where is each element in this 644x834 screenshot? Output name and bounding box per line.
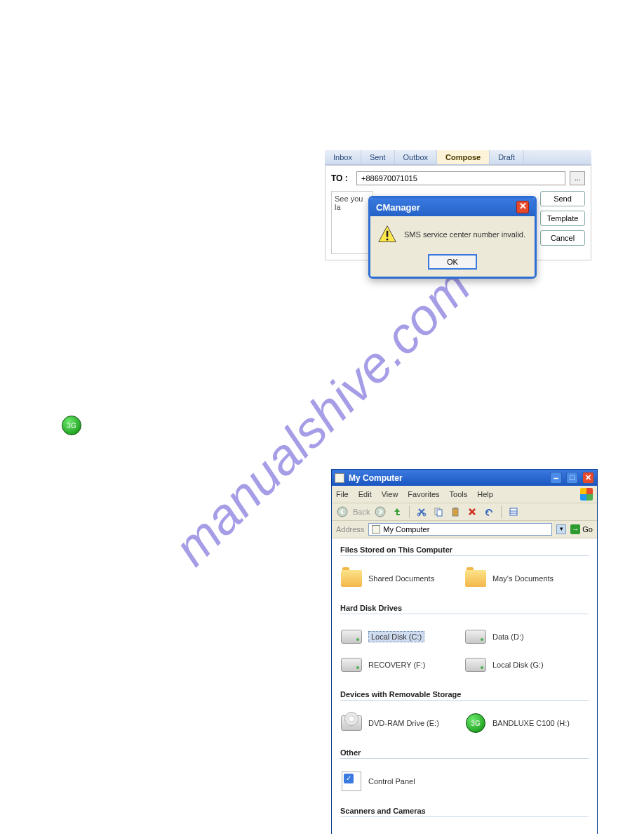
menu-favorites[interactable]: Favorites bbox=[408, 490, 439, 498]
cancel-button[interactable]: Cancel bbox=[540, 230, 585, 246]
svg-point-3 bbox=[337, 507, 347, 517]
forward-button[interactable] bbox=[374, 505, 387, 518]
section-removable: Devices with Removable Storage bbox=[340, 690, 589, 701]
tab-bar: Inbox Sent Outbox Compose Draft bbox=[325, 150, 591, 165]
item-recovery-f[interactable]: RECOVERY (F:) bbox=[340, 651, 464, 679]
cmanager-dialog: CManager ✕ SMS service center number inv… bbox=[368, 196, 537, 279]
drive-icon bbox=[465, 658, 486, 672]
toolbar: Back bbox=[332, 503, 597, 521]
item-local-disk-c[interactable]: Local Disk (C:) bbox=[340, 623, 464, 651]
menu-edit[interactable]: Edit bbox=[358, 490, 372, 498]
menu-file[interactable]: File bbox=[336, 490, 349, 498]
address-input[interactable]: My Computer bbox=[368, 523, 552, 536]
contacts-button[interactable]: ... bbox=[570, 171, 585, 185]
tab-sent[interactable]: Sent bbox=[361, 150, 395, 164]
3g-icon: 3G bbox=[62, 416, 81, 435]
template-button[interactable]: Template bbox=[540, 211, 585, 226]
section-files-stored: Files Stored on This Computer bbox=[340, 545, 589, 556]
inline-3g-icon: 3G bbox=[62, 416, 81, 435]
ok-button[interactable]: OK bbox=[428, 254, 477, 270]
paste-icon[interactable] bbox=[449, 505, 462, 518]
back-button[interactable] bbox=[336, 505, 349, 518]
go-button[interactable]: → Go bbox=[570, 524, 593, 534]
svg-point-4 bbox=[375, 507, 385, 517]
address-value: My Computer bbox=[383, 525, 429, 534]
item-shared-documents[interactable]: Shared Documents bbox=[340, 564, 464, 593]
item-dvd-ram[interactable]: DVD-RAM Drive (E:) bbox=[340, 709, 464, 737]
message-textarea[interactable]: See you la bbox=[331, 191, 373, 254]
tab-inbox[interactable]: Inbox bbox=[325, 150, 361, 164]
minimize-button[interactable]: ‒ bbox=[550, 472, 562, 484]
close-icon[interactable]: ✕ bbox=[516, 201, 529, 213]
svg-point-2 bbox=[386, 238, 388, 240]
close-button[interactable]: ✕ bbox=[582, 472, 594, 484]
tab-outbox[interactable]: Outbox bbox=[395, 150, 437, 164]
to-label: TO : bbox=[331, 173, 352, 183]
drive-icon bbox=[341, 658, 362, 672]
item-local-disk-g[interactable]: Local Disk (G:) bbox=[464, 651, 589, 679]
go-icon: → bbox=[570, 524, 580, 534]
item-label: Local Disk (C:) bbox=[368, 631, 424, 642]
address-icon bbox=[372, 525, 380, 534]
item-label: May's Documents bbox=[492, 574, 554, 583]
my-computer-window: My Computer ‒ □ ✕ File Edit View Favorit… bbox=[331, 469, 598, 834]
my-computer-icon bbox=[335, 473, 344, 483]
windows-logo-icon bbox=[580, 488, 593, 501]
drive-icon bbox=[465, 630, 486, 644]
control-panel-icon bbox=[342, 772, 361, 791]
drive-icon bbox=[341, 630, 362, 644]
item-control-panel[interactable]: Control Panel bbox=[340, 767, 464, 795]
views-icon[interactable] bbox=[507, 505, 520, 518]
svg-rect-11 bbox=[510, 508, 517, 515]
folder-icon bbox=[341, 570, 362, 587]
back-label: Back bbox=[353, 508, 370, 516]
item-label: BANDLUXE C100 (H:) bbox=[492, 719, 570, 727]
menu-tools[interactable]: Tools bbox=[450, 490, 468, 498]
section-other: Other bbox=[340, 748, 589, 759]
menu-view[interactable]: View bbox=[382, 490, 398, 498]
delete-icon[interactable] bbox=[466, 505, 478, 518]
svg-rect-10 bbox=[454, 508, 457, 509]
folder-icon bbox=[465, 570, 486, 587]
3g-icon: 3G bbox=[466, 713, 485, 733]
item-label: Local Disk (G:) bbox=[492, 661, 544, 669]
item-data-d[interactable]: Data (D:) bbox=[464, 623, 589, 651]
tab-compose[interactable]: Compose bbox=[437, 150, 490, 164]
dialog-title: CManager bbox=[376, 202, 420, 213]
dvd-icon bbox=[341, 715, 362, 731]
item-bandluxe[interactable]: 3G BANDLUXE C100 (H:) bbox=[464, 709, 589, 737]
item-mays-documents[interactable]: May's Documents bbox=[464, 564, 589, 593]
item-label: Shared Documents bbox=[368, 574, 434, 583]
svg-rect-8 bbox=[437, 510, 442, 516]
svg-rect-1 bbox=[387, 231, 389, 237]
cut-icon[interactable] bbox=[415, 505, 428, 518]
menu-help[interactable]: Help bbox=[477, 490, 493, 498]
address-dropdown-icon[interactable]: ▾ bbox=[556, 524, 566, 534]
maximize-button[interactable]: □ bbox=[566, 472, 578, 484]
tab-draft[interactable]: Draft bbox=[490, 150, 524, 164]
item-label: DVD-RAM Drive (E:) bbox=[368, 719, 439, 727]
send-button[interactable]: Send bbox=[540, 191, 585, 206]
copy-icon[interactable] bbox=[432, 505, 445, 518]
up-button[interactable] bbox=[391, 505, 403, 518]
to-input[interactable]: +886970071015 bbox=[356, 171, 565, 185]
window-title: My Computer bbox=[349, 473, 546, 483]
section-hard-disk: Hard Disk Drives bbox=[340, 604, 589, 614]
address-label: Address bbox=[336, 525, 364, 534]
item-label: Data (D:) bbox=[492, 633, 524, 641]
section-scanners: Scanners and Cameras bbox=[340, 807, 589, 817]
undo-icon[interactable] bbox=[483, 505, 495, 518]
dialog-message: SMS service center number invalid. bbox=[404, 230, 525, 239]
svg-rect-9 bbox=[452, 508, 458, 516]
item-label: RECOVERY (F:) bbox=[368, 661, 426, 669]
item-label: Control Panel bbox=[368, 777, 415, 786]
menu-bar: File Edit View Favorites Tools Help bbox=[332, 486, 597, 503]
go-label: Go bbox=[582, 525, 593, 534]
warning-icon bbox=[377, 225, 397, 244]
